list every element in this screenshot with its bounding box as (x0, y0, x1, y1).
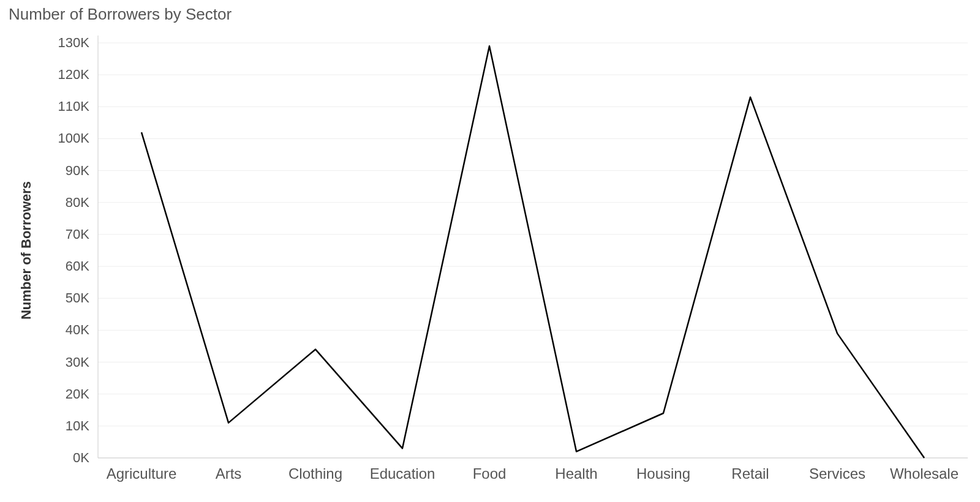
x-tick-label: Wholesale (890, 465, 959, 482)
y-axis-title: Number of Borrowers (18, 181, 34, 320)
y-tick-label: 90K (66, 163, 89, 178)
y-tick-label: 50K (66, 290, 89, 305)
y-tick-label: 120K (58, 67, 90, 82)
y-tick-label: 60K (66, 258, 89, 274)
y-tick-label: 80K (66, 195, 89, 210)
x-tick-label: Food (473, 465, 507, 482)
data-series-line (141, 46, 924, 458)
y-tick-label: 110K (58, 99, 90, 114)
y-tick-label: 70K (66, 227, 89, 242)
x-tick-label: Arts (216, 465, 242, 482)
y-tick-label: 130K (58, 35, 90, 50)
y-tick-label: 100K (58, 130, 90, 146)
x-tick-label: Retail (731, 465, 769, 482)
x-tick-label: Education (370, 465, 435, 482)
y-tick-label: 30K (66, 354, 89, 370)
line-chart: 0K10K20K30K40K50K60K70K80K90K100K110K120… (0, 0, 980, 502)
y-tick-label: 0K (73, 450, 89, 465)
x-tick-label: Clothing (288, 465, 342, 482)
x-tick-label: Agriculture (107, 465, 177, 482)
x-tick-label: Housing (636, 465, 690, 482)
x-tick-label: Health (555, 465, 597, 482)
y-tick-label: 20K (66, 386, 89, 402)
y-tick-label: 10K (66, 418, 89, 433)
x-tick-label: Services (809, 465, 865, 482)
y-tick-label: 40K (66, 322, 89, 337)
